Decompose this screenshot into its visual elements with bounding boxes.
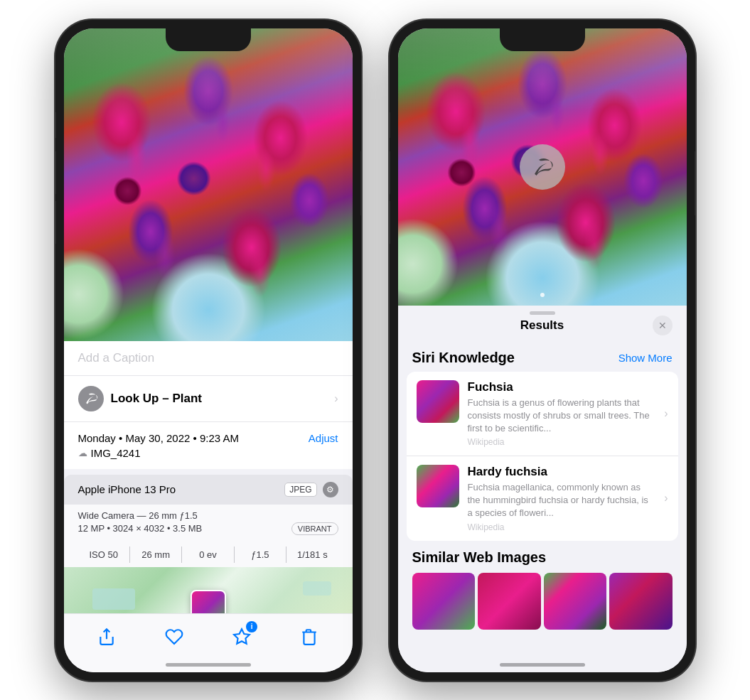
fuchsia-source: Wikipedia [468, 437, 656, 447]
settings-icon[interactable]: ⚙ [323, 482, 338, 497]
fuchsia-name: Fuchsia [468, 380, 656, 394]
flower-photo [64, 28, 353, 341]
lookup-label: Look Up – Plant [111, 392, 202, 406]
filename-row: ☁ IMG_4241 [78, 447, 338, 459]
cloud-icon: ☁ [78, 448, 87, 458]
similar-image-3[interactable] [544, 573, 607, 630]
filename: IMG_4241 [91, 447, 141, 459]
leaf-icon [84, 392, 98, 406]
photo-area [64, 28, 353, 341]
focal-value: 26 mm [130, 546, 182, 563]
hardy-fuchsia-item[interactable]: Hardy fuchsia Fuchsia magellanica, commo… [407, 456, 678, 541]
visual-search-button[interactable] [520, 144, 565, 190]
fuchsia-content: Fuchsia Fuchsia is a genus of flowering … [468, 380, 656, 448]
hardy-thumbnail [417, 465, 459, 507]
iso-value: ISO 50 [78, 546, 130, 563]
home-indicator-right [500, 663, 585, 667]
photo-date: Monday • May 30, 2022 • 9:23 AM [78, 432, 239, 444]
similar-images-row [412, 573, 673, 630]
notch-right [500, 28, 585, 51]
similar-image-1[interactable] [412, 573, 476, 630]
shutter-value: 1/181 s [286, 546, 338, 563]
fuchsia-description: Fuchsia is a genus of flowering plants t… [468, 397, 656, 436]
style-badge: VIBRANT [291, 522, 338, 535]
close-button[interactable]: ✕ [653, 316, 673, 335]
fuchsia-thumbnail [417, 380, 459, 423]
info-button[interactable]: i [227, 623, 256, 651]
notch [166, 28, 251, 51]
lens-spec: Wide Camera — 26 mm ƒ1.5 [78, 510, 338, 521]
hardy-chevron: › [664, 492, 668, 505]
left-phone: Add a Caption Look Up – Plant › [55, 20, 361, 681]
hardy-name: Hardy fuchsia [468, 465, 656, 479]
right-phone: Results ✕ Siri Knowledge Show More [390, 20, 695, 681]
hardy-source: Wikipedia [468, 522, 656, 532]
page-dot [540, 293, 545, 297]
similar-title: Similar Web Images [412, 549, 673, 566]
favorite-button[interactable] [160, 623, 188, 651]
similar-section: Similar Web Images [398, 549, 687, 635]
device-header: Apple iPhone 13 Pro JPEG ⚙ [64, 475, 353, 505]
visual-lookup-icon [78, 386, 104, 411]
meta-section: Monday • May 30, 2022 • 9:23 AM Adjust ☁… [64, 422, 353, 469]
trash-icon [300, 628, 318, 646]
share-icon [97, 628, 116, 646]
exif-row: ISO 50 26 mm 0 ev ƒ1.5 1/181 s [64, 542, 353, 567]
heart-icon [165, 628, 183, 646]
siri-knowledge-header: Siri Knowledge Show More [398, 344, 687, 372]
results-panel: Results ✕ Siri Knowledge Show More [398, 306, 687, 672]
show-more-button[interactable]: Show More [618, 352, 673, 364]
share-button[interactable] [92, 623, 121, 651]
knowledge-card: Fuchsia Fuchsia is a genus of flowering … [407, 372, 678, 541]
lookup-chevron: › [334, 392, 338, 405]
adjust-button[interactable]: Adjust [309, 432, 338, 444]
caption-area[interactable]: Add a Caption [64, 341, 353, 376]
caption-placeholder[interactable]: Add a Caption [78, 351, 155, 365]
info-badge: i [246, 621, 257, 632]
drag-handle[interactable] [530, 311, 555, 315]
leaf-search-icon [531, 156, 554, 178]
similar-image-2[interactable] [478, 573, 541, 630]
right-photo-area [398, 28, 687, 306]
similar-image-4[interactable] [609, 573, 673, 630]
delete-button[interactable] [295, 623, 323, 651]
device-badges: JPEG ⚙ [284, 482, 338, 497]
fuchsia-item[interactable]: Fuchsia Fuchsia is a genus of flowering … [407, 372, 678, 457]
home-indicator [166, 663, 251, 667]
resolution-spec: 12 MP • 3024 × 4032 • 3.5 MB VIBRANT [78, 522, 338, 535]
format-badge: JPEG [284, 483, 316, 497]
ev-value: 0 ev [182, 546, 234, 563]
right-flower-photo [398, 28, 687, 306]
device-name: Apple iPhone 13 Pro [78, 483, 176, 495]
aperture-value: ƒ1.5 [235, 546, 286, 563]
siri-knowledge-title: Siri Knowledge [412, 350, 515, 366]
hardy-description: Fuchsia magellanica, commonly known as t… [468, 481, 656, 520]
fuchsia-chevron: › [664, 407, 668, 420]
results-title: Results [432, 318, 653, 333]
camera-specs: Wide Camera — 26 mm ƒ1.5 12 MP • 3024 × … [64, 505, 353, 542]
hardy-content: Hardy fuchsia Fuchsia magellanica, commo… [468, 465, 656, 532]
lookup-row[interactable]: Look Up – Plant › [78, 382, 338, 416]
